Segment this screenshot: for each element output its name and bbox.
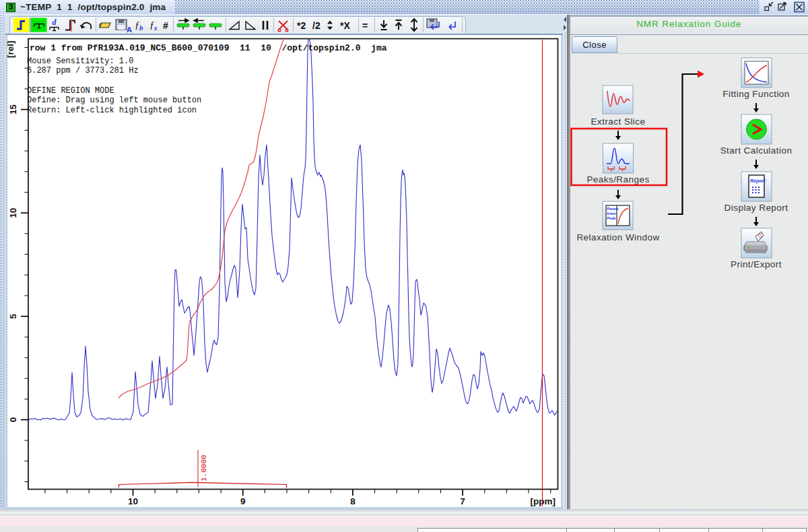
svg-text:d: d bbox=[53, 18, 57, 27]
svg-text:8: 8 bbox=[350, 496, 356, 506]
svg-text:Fitting Function: Fitting Function bbox=[722, 89, 790, 99]
svg-text:15: 15 bbox=[8, 104, 18, 115]
svg-text:1.0000: 1.0000 bbox=[200, 455, 208, 481]
svg-text:Return: Left-click highlighted: Return: Left-click highlighted icon bbox=[27, 106, 197, 115]
svg-text:A: A bbox=[127, 26, 132, 34]
svg-text:6.287 ppm / 3773.281 Hz: 6.287 ppm / 3773.281 Hz bbox=[27, 66, 139, 75]
svg-text:7: 7 bbox=[460, 496, 465, 506]
svg-text:Start Calculation: Start Calculation bbox=[720, 145, 793, 156]
svg-text:Extract Slice: Extract Slice bbox=[591, 117, 646, 127]
svg-text:[ppm]: [ppm] bbox=[531, 496, 556, 506]
svg-text:DEFINE REGION MODE: DEFINE REGION MODE bbox=[27, 86, 114, 96]
svg-text:[rel]: [rel] bbox=[7, 40, 15, 58]
svg-text:0: 0 bbox=[8, 418, 18, 423]
svg-text:*2: *2 bbox=[297, 20, 306, 31]
svg-text:row 1 from PfR193A.019_NC5_B60: row 1 from PfR193A.019_NC5_B600_070109 1… bbox=[30, 43, 387, 53]
svg-text:9: 9 bbox=[240, 496, 246, 506]
svg-text:10: 10 bbox=[8, 208, 18, 218]
svg-text:/2: /2 bbox=[312, 20, 321, 31]
svg-text:Inten: Inten bbox=[607, 211, 617, 215]
svg-text:10: 10 bbox=[128, 496, 138, 506]
svg-text:Define: Drag using left mouse: Define: Drag using left mouse button bbox=[27, 96, 201, 105]
svg-text:Print/Export: Print/Export bbox=[731, 259, 782, 269]
svg-text:Peak: Peak bbox=[607, 216, 617, 220]
svg-text:=: = bbox=[362, 20, 368, 31]
svg-text:#: # bbox=[163, 20, 168, 31]
svg-text:Report: Report bbox=[750, 178, 766, 184]
svg-text:b: b bbox=[139, 24, 143, 32]
svg-text:Relaxation Window: Relaxation Window bbox=[576, 232, 659, 242]
svg-text:Mouse Sensitivity: 1.0: Mouse Sensitivity: 1.0 bbox=[27, 57, 133, 66]
svg-text:Param: Param bbox=[607, 207, 619, 211]
svg-text:*X: *X bbox=[340, 20, 350, 31]
svg-text:s: s bbox=[154, 24, 157, 32]
svg-text:5: 5 bbox=[8, 313, 18, 319]
svg-text:Display Report: Display Report bbox=[725, 203, 788, 213]
svg-text:Peaks/Ranges: Peaks/Ranges bbox=[586, 174, 649, 185]
